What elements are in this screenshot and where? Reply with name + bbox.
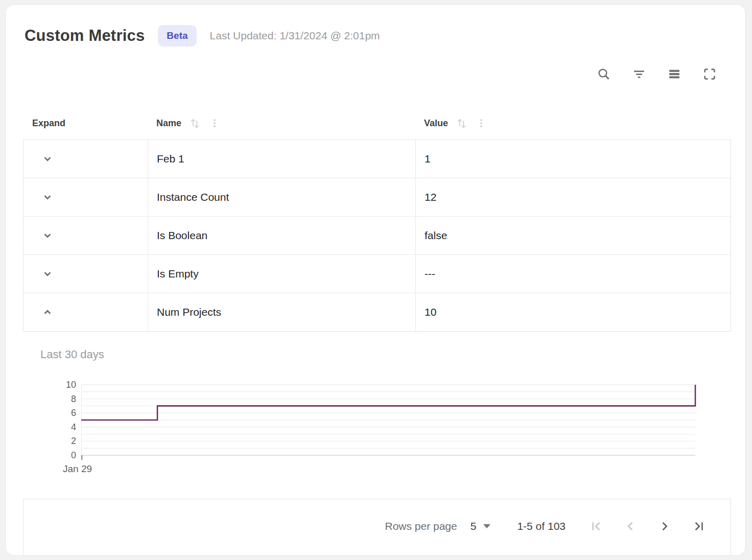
metric-step-line xyxy=(81,385,695,420)
metric-chart xyxy=(81,385,695,455)
row-name: Feb 1 xyxy=(148,140,416,178)
first-page-icon[interactable] xyxy=(589,519,603,533)
table-row: Num Projects 10 xyxy=(24,293,731,331)
column-header-name[interactable]: Name xyxy=(156,118,181,129)
row-value: --- xyxy=(416,255,731,293)
row-value: 1 xyxy=(416,140,731,178)
custom-metrics-card: Custom Metrics Beta Last Updated: 1/31/2… xyxy=(5,4,746,556)
filter-icon[interactable] xyxy=(632,67,646,81)
row-name: Num Projects xyxy=(148,293,416,331)
y-tick-label: 8 xyxy=(46,393,76,405)
metric-chart-svg xyxy=(81,385,695,455)
row-name: Is Boolean xyxy=(148,217,416,254)
collapse-chevron-icon[interactable] xyxy=(39,304,56,321)
table-row: Is Empty --- xyxy=(24,255,731,293)
search-icon[interactable] xyxy=(597,67,611,81)
y-tick-label: 0 xyxy=(46,449,76,461)
row-name: Instance Count xyxy=(148,178,416,216)
pagination-range-label: 1-5 of 103 xyxy=(517,520,566,532)
table-row: Feb 1 1 xyxy=(24,140,731,178)
last-page-icon[interactable] xyxy=(692,519,706,533)
chevron-down-icon xyxy=(483,524,490,528)
table-body: Feb 1 1 Instance Count 12 Is Boolean fal… xyxy=(23,139,731,332)
last-updated-text: Last Updated: 1/31/2024 @ 2:01pm xyxy=(210,30,380,42)
column-header-expand: Expand xyxy=(32,118,65,128)
y-tick-label: 10 xyxy=(46,379,76,391)
y-tick-label: 2 xyxy=(46,435,76,447)
sort-icon[interactable] xyxy=(455,116,468,130)
next-page-icon[interactable] xyxy=(657,519,672,533)
row-value: false xyxy=(416,217,731,254)
fullscreen-icon[interactable] xyxy=(702,67,717,81)
expand-chevron-icon[interactable] xyxy=(39,265,56,283)
table-row: Instance Count 12 xyxy=(24,178,731,217)
row-name: Is Empty xyxy=(148,255,416,293)
rows-per-page-select[interactable]: 5 xyxy=(471,520,491,532)
y-tick-label: 4 xyxy=(46,421,76,433)
table-row: Is Boolean false xyxy=(24,217,731,255)
chart-title: Last 30 days xyxy=(40,348,104,361)
rows-per-page-value: 5 xyxy=(471,520,477,532)
previous-page-icon[interactable] xyxy=(623,519,638,533)
grid-toolbar xyxy=(597,67,717,81)
pagination-controls xyxy=(589,519,706,533)
expand-chevron-icon[interactable] xyxy=(39,227,56,244)
y-tick-label: 6 xyxy=(46,407,76,419)
table-header-row: Expand Name Value xyxy=(23,107,731,139)
table-footer: Rows per page 5 1-5 of 103 xyxy=(23,499,731,556)
expand-chevron-icon[interactable] xyxy=(39,189,56,206)
chart-x-axis-label: Jan 29 xyxy=(63,463,92,475)
column-menu-icon[interactable] xyxy=(475,116,488,130)
beta-badge: Beta xyxy=(158,25,196,46)
row-value: 12 xyxy=(416,178,731,216)
column-header-value[interactable]: Value xyxy=(424,118,448,129)
column-menu-icon[interactable] xyxy=(208,116,221,130)
density-icon[interactable] xyxy=(667,67,682,81)
page-title: Custom Metrics xyxy=(25,27,145,45)
sort-icon[interactable] xyxy=(188,116,201,130)
rows-per-page-label: Rows per page xyxy=(385,520,457,532)
chart-y-axis-labels: 1086420 xyxy=(46,385,76,455)
row-value: 10 xyxy=(416,293,731,331)
header: Custom Metrics Beta Last Updated: 1/31/2… xyxy=(25,25,380,46)
expand-chevron-icon[interactable] xyxy=(39,150,56,168)
